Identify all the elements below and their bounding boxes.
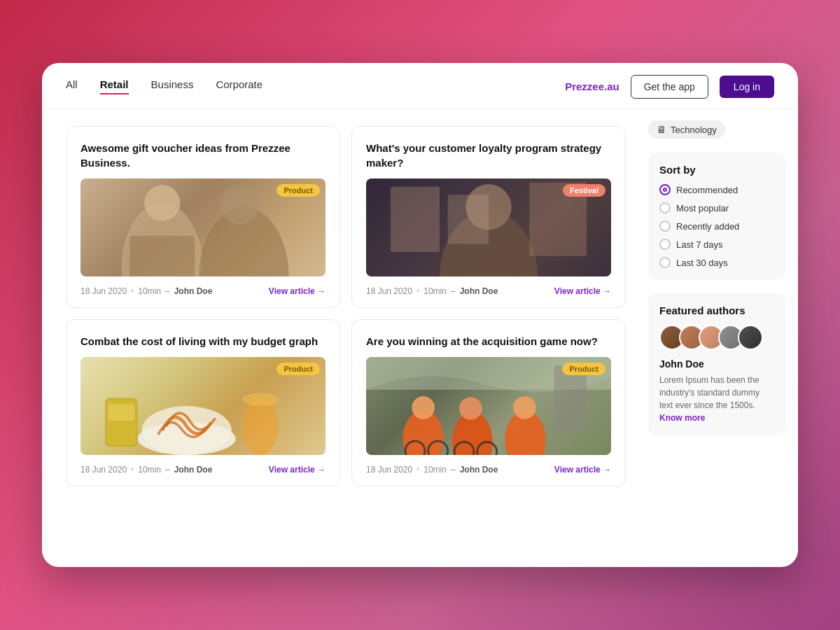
svg-rect-17 [108,405,134,421]
tag-label: Technology [671,125,717,135]
meta-dot-1: • [131,286,134,296]
nav-bar: All Retail Business Corporate Prezzee.au… [43,64,797,109]
badge-product-acquisition: Product [562,363,606,375]
nav-tabs: All Retail Business Corporate [66,78,565,94]
sort-option-recommended[interactable]: Recommended [659,184,774,195]
article-author-acquisition: John Doe [460,465,498,475]
svg-point-19 [412,396,435,419]
sort-option-30days[interactable]: Last 30 days [659,257,774,268]
articles-grid: Awesome gift voucher ideas from Prezzee … [66,126,626,486]
nav-tab-retail[interactable]: Retail [100,78,129,94]
article-meta-voucher: 18 Jun 2020 • 10min – John Doe View arti… [80,286,326,296]
article-title-combat: Combat the cost of living with my budget… [80,334,326,349]
meta-dot-2: • [416,286,419,296]
meta-dot-4: • [416,465,419,475]
view-article-link-acquisition[interactable]: View article → [554,465,611,475]
meta-dash-1: – [165,286,170,296]
featured-authors-box: Featured authors John Doe Lorem Ipsum ha… [648,293,785,435]
view-article-link-voucher[interactable]: View article → [269,286,326,296]
meta-dot-3: • [131,465,134,475]
badge-product-combat: Product [276,363,320,375]
article-card-acquisition: Are you winning at the acquisition game … [351,319,626,486]
article-title-loyalty: What's your customer loyalty program str… [366,141,611,170]
radio-recommended[interactable] [659,184,671,195]
article-title-acquisition: Are you winning at the acquisition game … [366,334,611,349]
nav-tab-all[interactable]: All [66,78,78,94]
avatar-5 [738,325,763,350]
know-more-link[interactable]: Know more [659,413,705,423]
sort-label-7days: Last 7 days [676,239,723,250]
monitor-icon: 🖥 [657,124,666,135]
svg-point-1 [144,185,180,220]
sort-title: Sort by [659,164,774,176]
sort-label-popular: Most popular [676,203,729,214]
get-app-button[interactable]: Get the app [631,75,708,99]
sort-option-recently[interactable]: Recently added [659,220,774,232]
meta-dash-2: – [451,286,456,296]
article-image-combat: Product [80,357,326,455]
article-date-combat: 18 Jun 2020 [80,465,127,475]
article-date-acquisition: 18 Jun 2020 [366,465,412,475]
svg-rect-8 [391,187,440,252]
article-meta-left-combat: 18 Jun 2020 • 10min – John Doe [80,465,212,475]
article-meta-loyalty: 18 Jun 2020 • 10min – John Doe View arti… [366,286,611,296]
article-image-acquisition: Product [366,357,611,455]
author-bio: Lorem Ipsum has been the industry's stan… [659,374,774,424]
author-avatars [659,325,774,350]
article-readtime-voucher: 10min [138,286,161,296]
svg-point-21 [459,397,482,420]
brand-link[interactable]: Prezzee.au [565,80,620,92]
meta-dash-3: – [165,465,170,475]
article-date-loyalty: 18 Jun 2020 [366,286,412,296]
radio-popular[interactable] [659,202,671,214]
svg-point-12 [142,406,232,455]
badge-festival-loyalty: Festival [563,184,606,197]
svg-rect-4 [130,236,195,276]
sidebar: 🖥 Technology Sort by Recommended Most po… [643,109,797,503]
sort-label-30days: Last 30 days [676,258,728,268]
article-date-voucher: 18 Jun 2020 [80,286,127,296]
view-article-link-combat[interactable]: View article → [269,465,326,475]
radio-recently[interactable] [659,220,671,232]
article-card-voucher: Awesome gift voucher ideas from Prezzee … [66,126,340,308]
device-frame: All Retail Business Corporate Prezzee.au… [42,63,798,567]
nav-tab-business[interactable]: Business [151,78,194,94]
svg-point-3 [220,185,260,224]
radio-30days[interactable] [659,257,671,268]
article-image-loyalty: Festival [366,178,611,276]
article-meta-combat: 18 Jun 2020 • 10min – John Doe View arti… [80,465,326,475]
view-article-link-loyalty[interactable]: View article → [554,286,611,296]
svg-point-13 [242,398,278,455]
login-button[interactable]: Log in [720,76,774,98]
article-meta-left-loyalty: 18 Jun 2020 • 10min – John Doe [366,286,498,296]
sort-option-7days[interactable]: Last 7 days [659,239,774,250]
article-author-loyalty: John Doe [460,286,498,296]
sort-label-recently: Recently added [676,221,739,232]
article-readtime-combat: 10min [138,465,161,475]
sort-box: Sort by Recommended Most popular Recentl… [648,153,785,279]
article-card-loyalty: What's your customer loyalty program str… [351,126,626,308]
badge-product-voucher: Product [276,184,320,197]
main-content: Awesome gift voucher ideas from Prezzee … [43,109,797,503]
article-title-voucher: Awesome gift voucher ideas from Prezzee … [80,141,326,170]
article-readtime-loyalty: 10min [424,286,447,296]
article-meta-left-voucher: 18 Jun 2020 • 10min – John Doe [80,286,212,296]
svg-point-14 [242,393,278,406]
meta-dash-4: – [451,465,456,475]
svg-rect-9 [448,195,489,244]
author-name: John Doe [659,358,774,370]
article-image-voucher: Product [80,178,326,276]
article-meta-acquisition: 18 Jun 2020 • 10min – John Doe View arti… [366,465,611,475]
radio-7days[interactable] [659,239,671,250]
article-card-combat: Combat the cost of living with my budget… [66,319,340,486]
nav-right: Prezzee.au Get the app Log in [565,75,774,99]
sort-option-popular[interactable]: Most popular [659,202,774,214]
featured-authors-title: Featured authors [659,304,774,316]
articles-section: Awesome gift voucher ideas from Prezzee … [43,109,643,503]
nav-tab-corporate[interactable]: Corporate [216,78,262,94]
article-author-voucher: John Doe [174,286,213,296]
article-author-combat: John Doe [174,465,213,475]
technology-tag[interactable]: 🖥 Technology [648,120,725,139]
article-readtime-acquisition: 10min [424,465,447,475]
sort-label-recommended: Recommended [676,185,738,195]
